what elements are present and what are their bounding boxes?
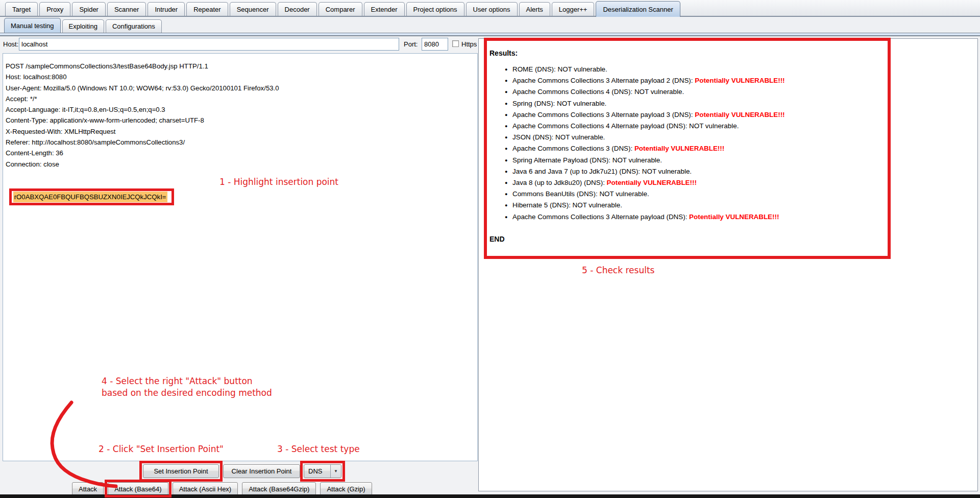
result-payload-name: Apache Commons Collections 3 Alternate p…: [512, 77, 695, 84]
extension-tab[interactable]: Manual testing: [4, 18, 61, 33]
result-payload-name: Apache Commons Collections 4 Alternate p…: [512, 122, 689, 130]
result-item: Spring Alternate Payload (DNS): NOT vuln…: [505, 155, 972, 166]
attack-button[interactable]: Attack (Base64Gzip): [242, 482, 316, 495]
set-insertion-point-button[interactable]: Set Insertion Point: [143, 464, 219, 478]
main-tab[interactable]: User options: [466, 2, 518, 16]
attack-button[interactable]: Attack: [72, 482, 104, 495]
result-payload-name: Apache Commons Collections 3 Alternate p…: [512, 213, 689, 221]
main-tab[interactable]: Intruder: [148, 2, 185, 16]
result-status: NOT vulnerable.: [642, 168, 692, 175]
port-label: Port:: [404, 40, 418, 48]
result-status: Potentially VULNERABLE!!!: [695, 111, 785, 118]
result-payload-name: Java 8 (up to Jdk8u20) (DNS):: [512, 179, 607, 186]
result-payload-name: Commons BeanUtils (DNS):: [512, 190, 599, 198]
result-payload-name: Apache Commons Collections 3 Alternate p…: [512, 111, 695, 118]
main-tab[interactable]: Project options: [406, 2, 464, 16]
result-status: NOT vulnerable.: [573, 201, 622, 209]
result-item: JSON (DNS): NOT vulnerable.: [505, 132, 972, 143]
result-status: NOT vulnerable.: [558, 65, 607, 73]
result-item: Java 8 (up to Jdk8u20) (DNS): Potentiall…: [505, 177, 972, 188]
request-line: User-Agent: Mozilla/5.0 (Windows NT 10.0…: [6, 83, 475, 93]
result-status: Potentially VULNERABLE!!!: [634, 145, 724, 152]
clear-insertion-point-button[interactable]: Clear Insertion Point: [223, 464, 300, 478]
host-label: Host:: [3, 40, 18, 48]
results-list: ROME (DNS): NOT vulnerable. Apache Commo…: [489, 64, 972, 223]
result-item: Apache Commons Collections 4 Alternate p…: [505, 121, 972, 132]
result-payload-name: Spring Alternate Payload (DNS):: [512, 156, 612, 164]
tab-separator: [0, 33, 980, 36]
attack-button[interactable]: Attack (Gzip): [320, 482, 372, 495]
request-line: Content-Length: 36: [6, 148, 475, 158]
main-tab[interactable]: Logger++: [552, 2, 595, 16]
result-item: Java 6 and Java 7 (up to Jdk7u21) (DNS):…: [505, 166, 972, 177]
test-type-value: DNS: [304, 467, 330, 475]
result-status: Potentially VULNERABLE!!!: [689, 213, 779, 221]
request-line: POST /sampleCommonsCollections3/testBase…: [6, 61, 475, 72]
result-status: Potentially VULNERABLE!!!: [695, 77, 785, 84]
result-status: NOT vulnerable.: [555, 133, 605, 141]
https-checkbox[interactable]: [452, 40, 459, 47]
result-status: NOT vulnerable.: [557, 100, 606, 107]
main-tab[interactable]: Target: [5, 2, 38, 16]
main-tab[interactable]: Proxy: [39, 2, 70, 16]
result-item: Hibernate 5 (DNS): NOT vulnerable.: [505, 200, 972, 211]
request-line: X-Requested-With: XMLHttpRequest: [6, 126, 475, 137]
results-title: Results:: [489, 49, 972, 57]
main-tab[interactable]: Decoder: [278, 2, 317, 16]
result-payload-name: Apache Commons Collections 4 (DNS):: [512, 88, 634, 96]
main-tab-bar: Target Proxy Spider Scanner Intruder Rep…: [0, 0, 980, 17]
result-payload-name: Apache Commons Collections 3 (DNS):: [512, 145, 634, 152]
results-panel: Results: ROME (DNS): NOT vulnerable. Apa…: [478, 38, 978, 491]
request-line: Host: localhost:8080: [6, 72, 475, 82]
result-status: Potentially VULNERABLE!!!: [607, 179, 697, 186]
result-item: Apache Commons Collections 3 Alternate p…: [505, 109, 972, 121]
result-item: Apache Commons Collections 3 Alternate p…: [505, 75, 972, 86]
result-payload-name: Spring (DNS):: [512, 100, 557, 107]
result-item: Apache Commons Collections 3 Alternate p…: [505, 211, 972, 223]
test-type-dropdown[interactable]: DNS ▼: [304, 464, 341, 478]
request-line: Connection: close: [6, 159, 475, 170]
result-status: NOT vulnerable.: [612, 156, 662, 164]
extension-tab[interactable]: Exploiting: [62, 19, 104, 33]
attack-button[interactable]: Attack (Ascii Hex): [173, 482, 238, 495]
attack-button[interactable]: Attack (Base64): [108, 482, 168, 495]
https-label: Https: [461, 40, 477, 48]
extension-tab[interactable]: Configurations: [106, 19, 162, 33]
request-line: Referer: http://localhost:8080/sampleCom…: [6, 137, 475, 148]
result-payload-name: JSON (DNS):: [512, 133, 555, 141]
result-status: NOT vulnerable.: [634, 88, 684, 96]
dropdown-arrow-icon[interactable]: ▼: [330, 465, 341, 478]
result-status: NOT vulnerable.: [599, 190, 649, 198]
bottom-edge-strip: [0, 494, 980, 498]
request-line: Content-Type: application/x-www-form-url…: [6, 115, 475, 126]
result-item: ROME (DNS): NOT vulnerable.: [505, 64, 972, 75]
request-editor[interactable]: POST /sampleCommonsCollections3/testBase…: [3, 53, 478, 461]
result-payload-name: Hibernate 5 (DNS):: [512, 201, 573, 209]
host-input[interactable]: [19, 38, 399, 51]
request-headers: POST /sampleCommonsCollections3/testBase…: [6, 61, 475, 180]
main-tab[interactable]: Deserialization Scanner: [596, 1, 680, 17]
main-tab[interactable]: Alerts: [519, 2, 550, 16]
results-end-label: END: [489, 235, 972, 243]
result-item: Spring (DNS): NOT vulnerable.: [505, 98, 972, 109]
request-line: Accept: */*: [6, 93, 475, 104]
result-item: Apache Commons Collections 4 (DNS): NOT …: [505, 86, 972, 98]
port-input[interactable]: [422, 38, 448, 51]
attack-buttons-row: Attack Attack (Base64) Attack (Ascii Hex…: [72, 482, 372, 495]
result-item: Commons BeanUtils (DNS): NOT vulnerable.: [505, 188, 972, 200]
extension-tab-bar: Manual testing Exploiting Configurations: [0, 17, 980, 33]
highlighted-payload: rO0ABXQAE0FBQUFBQSBUZXN0IEJCQkJCQkI=: [13, 192, 167, 202]
result-item: Apache Commons Collections 3 (DNS): Pote…: [505, 143, 972, 154]
main-tab[interactable]: Spider: [72, 2, 106, 16]
result-payload-name: Java 6 and Java 7 (up to Jdk7u21) (DNS):: [512, 168, 642, 175]
main-tab[interactable]: Sequencer: [230, 2, 276, 16]
main-tab[interactable]: Repeater: [186, 2, 228, 16]
main-tab[interactable]: Extender: [364, 2, 405, 16]
request-line: [6, 170, 475, 180]
result-status: NOT vulnerable.: [689, 122, 739, 130]
result-payload-name: ROME (DNS):: [512, 65, 558, 73]
main-tab[interactable]: Scanner: [107, 2, 146, 16]
request-line: Accept-Language: it-IT,it;q=0.8,en-US;q=…: [6, 104, 475, 115]
main-tab[interactable]: Comparer: [318, 2, 362, 16]
